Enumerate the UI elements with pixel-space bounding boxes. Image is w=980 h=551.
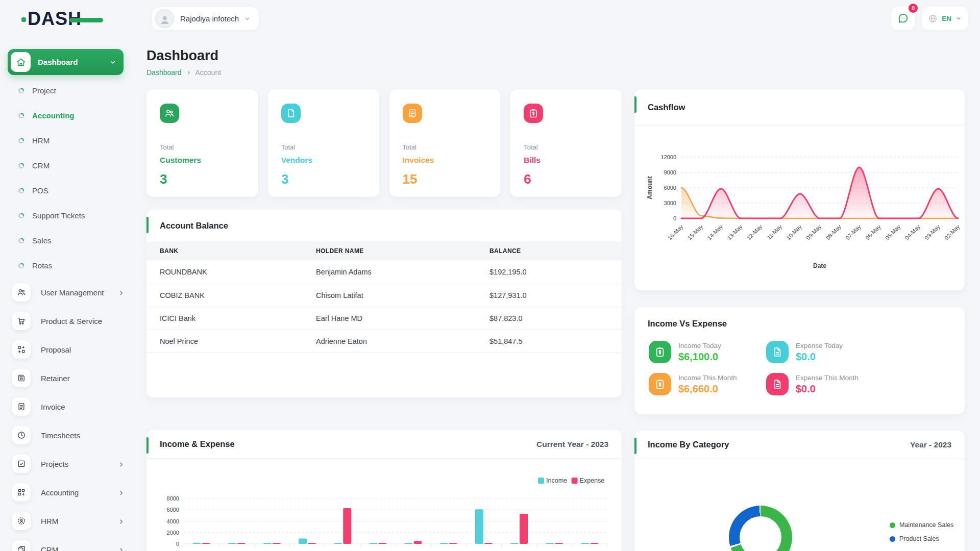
svg-text:4000: 4000 (167, 518, 179, 524)
ive-label: Expense Today (796, 342, 843, 349)
stat-icon-tile (524, 104, 543, 123)
sidebar-item-crm[interactable]: CRM (0, 535, 138, 551)
sidebar-subitem-pos[interactable]: POS (0, 178, 138, 203)
svg-text:07-May: 07-May (844, 223, 862, 241)
stat-name: Bills (524, 156, 608, 165)
bullet-icon (18, 113, 24, 118)
company-switcher[interactable]: Rajodiya infotech (152, 7, 259, 31)
svg-text:02-May: 02-May (943, 223, 961, 241)
svg-text:16-May: 16-May (667, 223, 684, 241)
menu-icon-tile (12, 340, 31, 359)
topbar-actions: 0 EN (891, 7, 968, 30)
sidebar-item-invoice[interactable]: Invoice (0, 392, 138, 421)
svg-text:13-May: 13-May (726, 223, 744, 241)
ive-value: $6,660.0 (678, 383, 737, 395)
svg-text:Date: Date (813, 262, 826, 269)
stat-value: 3 (160, 171, 244, 187)
card-title: Cashflow (648, 103, 685, 112)
table-cell: COBIZ BANK (146, 284, 303, 307)
sidebar: DASH Dashboard ProjectAccountingHRMCRMPO… (0, 0, 138, 551)
card-accent (634, 96, 636, 113)
sidebar-subitem-sales[interactable]: Sales (0, 228, 138, 253)
sidebar-item-label: Accounting (41, 488, 79, 497)
svg-text:6000: 6000 (664, 185, 676, 191)
chevron-right-icon (186, 70, 191, 76)
users-icon (17, 288, 26, 297)
stat-value: 15 (403, 171, 487, 187)
ive-value: $0.0 (796, 383, 859, 395)
sidebar-subitem-support-tickets[interactable]: Support Tickets (0, 203, 138, 228)
table-cell: $192,195.0 (476, 261, 622, 284)
stat-card-vendors: TotalVendors3 (268, 89, 379, 197)
sidebar-subitem-crm[interactable]: CRM (0, 153, 138, 178)
menu-icon-tile (12, 483, 31, 502)
ive-icon-tile (766, 373, 789, 395)
svg-text:3000: 3000 (664, 200, 676, 206)
language-selector[interactable]: EN (922, 7, 968, 30)
sidebar-menu: User ManagementProduct & ServiceProposal… (0, 278, 138, 551)
menu-icon-tile (12, 283, 31, 302)
table-header: BANKHOLDER NAMEBALANCE (146, 241, 622, 261)
legend-label: Maintenance Sales (899, 521, 953, 529)
sidebar-item-proposal[interactable]: Proposal (0, 335, 138, 364)
sidebar-item-accounting[interactable]: Accounting (0, 478, 138, 507)
stat-cards-row: TotalCustomers3TotalVendors3TotalInvoice… (146, 89, 622, 197)
bullet-icon (18, 213, 24, 218)
file-icon (772, 379, 783, 390)
table-cell: Earl Hane MD (303, 307, 476, 330)
table-row: ROUNDBANKBenjamin Adams$192,195.0 (146, 261, 622, 284)
person-dashed-icon (17, 516, 26, 525)
stat-name: Vendors (281, 156, 366, 165)
chevron-right-icon (118, 518, 125, 524)
ive-item-income-today: Income Today$6,100.0 (649, 341, 721, 363)
svg-text:Expense: Expense (580, 477, 605, 484)
stat-name: Customers (160, 156, 244, 165)
stat-card-customers: TotalCustomers3 (146, 89, 258, 197)
table-row: ICICI BankEarl Hane MD$87,823.0 (146, 307, 622, 330)
sidebar-item-dashboard[interactable]: Dashboard (8, 49, 124, 75)
income-expense-bar-chart: 02000400060008000IncomeExpense (146, 459, 622, 551)
logo-dot-icon (21, 17, 26, 22)
stat-label: Total (403, 143, 487, 151)
breadcrumb: Dashboard Account (146, 68, 968, 77)
menu-icon-tile (12, 512, 31, 530)
sidebar-dashboard-label: Dashboard (38, 58, 78, 66)
breadcrumb-dashboard-link[interactable]: Dashboard (146, 68, 182, 77)
sidebar-item-timesheets[interactable]: Timesheets (0, 421, 138, 449)
svg-text:08-May: 08-May (825, 223, 843, 241)
sidebar-subitem-accounting[interactable]: Accounting (0, 103, 138, 128)
save-icon (17, 373, 26, 383)
app-logo[interactable]: DASH (28, 8, 104, 31)
sidebar-item-product-service[interactable]: Product & Service (0, 307, 138, 335)
sidebar-item-retainer[interactable]: Retainer (0, 364, 138, 392)
main-area: Rajodiya infotech 0 EN Dashboard Dashboa… (138, 0, 980, 551)
sidebar-item-label: Timesheets (41, 431, 80, 440)
sidebar-subitem-label: Support Tickets (32, 211, 85, 220)
table-row: COBIZ BANKChisom Latifat$127,931.0 (146, 284, 622, 307)
sidebar-subitem-hrm[interactable]: HRM (0, 128, 138, 153)
bullet-icon (18, 263, 24, 268)
ive-label: Income This Month (678, 374, 737, 382)
stat-name: Invoices (403, 156, 487, 165)
globe-icon (928, 14, 938, 23)
sidebar-subitem-label: HRM (32, 136, 50, 145)
sidebar-item-hrm[interactable]: HRM (0, 507, 138, 535)
donut-legend: Maintenance SalesProduct Sales (890, 519, 953, 547)
ive-label: Expense This Month (796, 374, 859, 382)
ive-item-expense-today: Expense Today$0.0 (766, 341, 843, 363)
company-name: Rajodiya infotech (180, 14, 239, 23)
sidebar-item-projects[interactable]: Projects (0, 449, 138, 478)
account-balance-table: BANKHOLDER NAMEBALANCEROUNDBANKBenjamin … (146, 241, 622, 353)
sidebar-subitem-rotas[interactable]: Rotas (0, 253, 138, 278)
income-expense-card: Income & Expense Current Year - 2023 020… (146, 430, 622, 551)
messages-button[interactable]: 0 (891, 7, 915, 30)
sidebar-subitem-project[interactable]: Project (0, 78, 138, 103)
svg-text:9000: 9000 (664, 169, 676, 176)
clock-icon (17, 431, 26, 440)
card-title: Account Balance (160, 221, 228, 231)
table-cell: Benjamin Adams (303, 261, 476, 284)
sidebar-item-label: Product & Service (41, 317, 102, 325)
sidebar-item-label: Proposal (41, 345, 71, 354)
right-column: Cashflow 03000600090001200016-May15-May1… (634, 89, 965, 551)
sidebar-item-user-management[interactable]: User Management (0, 278, 138, 307)
